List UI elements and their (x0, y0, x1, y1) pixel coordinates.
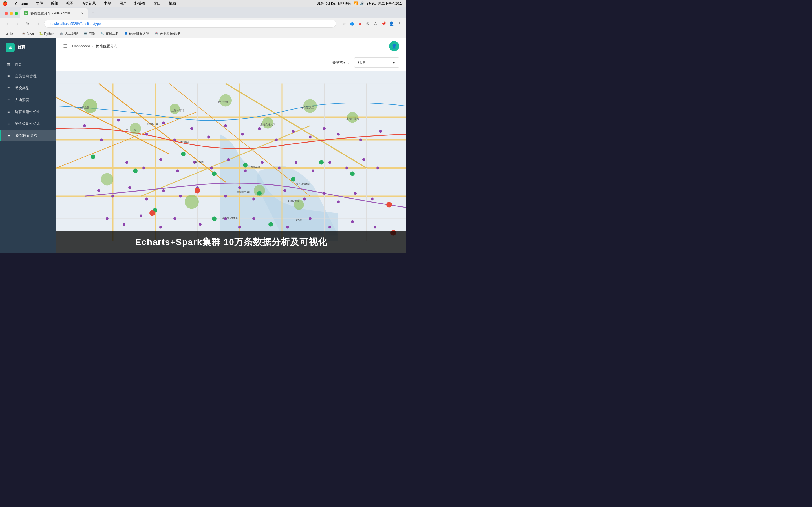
svg-point-97 (199, 223, 202, 226)
bookmark-medical[interactable]: 🏥 医学影像处理 (152, 30, 182, 37)
bookmark-ai[interactable]: 🤖 人工智能 (57, 30, 81, 37)
datetime-display: 9月9日 周二下午 4:20:14 (366, 1, 404, 6)
tab-bar: V 餐馆位置分布 - Vue Admin Tem... ✕ + (0, 7, 406, 18)
home-icon: ⊞ (6, 62, 11, 67)
menubar-help[interactable]: 帮助 (167, 0, 177, 6)
menubar-bookmarks[interactable]: 书签 (102, 0, 113, 6)
menubar-history[interactable]: 历史记录 (80, 0, 98, 6)
bookmark-python[interactable]: 🐍 Python (37, 31, 57, 37)
menubar-chrome[interactable]: Chrome (13, 1, 30, 6)
map-container[interactable]: 长风公园 中山公园 上海体育馆 企业天地 上海交通大学 老白渡滨江 上海科技馆 … (56, 71, 406, 253)
svg-text:上海精神卫生中心: 上海精神卫生中心 (220, 217, 238, 219)
map-svg: 长风公园 中山公园 上海体育馆 企业天地 上海交通大学 老白渡滨江 上海科技馆 … (56, 71, 406, 253)
menubar-view[interactable]: 视图 (64, 0, 75, 6)
svg-point-99 (238, 226, 241, 229)
bookmark-apps[interactable]: 🗂 应用 (3, 30, 19, 37)
sidebar-item-all-ratio[interactable]: ≡ 所有餐馆性价比 (0, 106, 56, 118)
frontend-icon: 💻 (84, 32, 87, 36)
home-button[interactable]: ⌂ (34, 20, 42, 27)
reload-button[interactable]: ↻ (24, 20, 32, 27)
url-bar[interactable]: http://localhost:9528/#/position/type (44, 20, 336, 27)
svg-point-95 (159, 226, 162, 229)
avatar[interactable]: 👤 (389, 41, 399, 51)
svg-point-73 (345, 167, 348, 170)
bookmark-label: 在线工具 (105, 31, 119, 36)
svg-point-103 (328, 226, 331, 229)
extension-icon-2[interactable]: 🔺 (356, 20, 363, 27)
category-ratio-icon: ≡ (6, 121, 11, 126)
svg-point-31 (133, 169, 138, 173)
breadcrumb-root[interactable]: Dashboard (72, 44, 90, 48)
svg-point-54 (292, 130, 295, 133)
svg-point-70 (295, 161, 297, 164)
medical-icon: 🏥 (154, 32, 158, 36)
new-tab-button[interactable]: + (89, 9, 97, 17)
sidebar-item-category-ratio[interactable]: ≡ 餐饮类别性价比 (0, 118, 56, 129)
sidebar-item-label: 餐饮类别 (15, 86, 29, 91)
svg-point-43 (100, 138, 103, 142)
svg-point-104 (351, 220, 354, 223)
browser-tab[interactable]: V 餐馆位置分布 - Vue Admin Tem... ✕ (20, 8, 88, 18)
menubar-file[interactable]: 文件 (34, 0, 45, 6)
bookmark-icon[interactable]: ☆ (341, 20, 347, 27)
extension-icon-1[interactable]: 🔷 (349, 20, 355, 27)
menubar-user[interactable]: 用户 (117, 0, 128, 6)
sidebar: ⊞ 首页 ⊞ 首页 ≡ 会员信息管理 ≡ 餐饮类别 ≡ 人均消费 (0, 38, 56, 253)
url-text: http://localhost:9528/#/position/type (48, 22, 333, 25)
svg-text:首信银都: 首信银都 (181, 141, 190, 144)
svg-point-36 (291, 177, 296, 182)
back-button[interactable]: ‹ (3, 20, 11, 27)
svg-point-83 (224, 195, 227, 198)
sidebar-item-home[interactable]: ⊞ 首页 (0, 59, 56, 70)
bookmark-frontend[interactable]: 💻 前端 (81, 30, 98, 37)
profile-icon[interactable]: 👤 (388, 20, 395, 27)
svg-point-91 (371, 198, 373, 201)
bookmark-gitee[interactable]: 👤 码云封面人物 (122, 30, 152, 37)
extension-icon-4[interactable]: A (372, 20, 379, 27)
menubar-edit[interactable]: 编辑 (49, 0, 60, 6)
apple-menu[interactable]: 🍎 (2, 1, 8, 6)
close-button[interactable] (4, 12, 8, 15)
maximize-button[interactable] (15, 12, 18, 15)
category-filter-select[interactable]: 料理 ▼ (354, 57, 399, 68)
svg-point-72 (328, 161, 331, 164)
svg-point-93 (123, 223, 125, 226)
menu-icon[interactable]: ⋮ (396, 20, 403, 27)
svg-point-44 (117, 119, 120, 122)
bookmark-java[interactable]: ☕ Java (19, 31, 36, 37)
svg-point-35 (257, 191, 262, 196)
battery-status: 81% (317, 1, 324, 5)
menubar-window[interactable]: 窗口 (152, 0, 162, 6)
sidebar-item-category[interactable]: ≡ 餐饮类别 (0, 82, 56, 94)
forward-button[interactable]: › (13, 20, 21, 27)
bookmark-tools[interactable]: 🔧 在线工具 (98, 30, 121, 37)
ime-indicator[interactable]: 搜狗拼音 (338, 1, 351, 6)
category-icon: ≡ (6, 86, 11, 91)
window-controls (2, 10, 20, 17)
menubar-tabs[interactable]: 标签页 (133, 0, 147, 6)
tab-close-button[interactable]: ✕ (80, 11, 85, 15)
svg-text:上海交通大学: 上海交通大学 (260, 123, 275, 126)
python-icon: 🐍 (39, 32, 43, 36)
svg-point-75 (376, 167, 379, 170)
sidebar-item-position[interactable]: ≡ 餐馆位置分布 (0, 129, 56, 142)
sidebar-item-members[interactable]: ≡ 会员信息管理 (0, 70, 56, 82)
extension-icon-5[interactable]: 📌 (380, 20, 387, 27)
svg-point-30 (91, 155, 95, 159)
sidebar-toggle-button[interactable]: ☰ (63, 43, 68, 49)
svg-point-89 (337, 201, 340, 203)
svg-point-27 (185, 195, 199, 209)
filter-bar: 餐饮类别： 料理 ▼ (56, 54, 406, 71)
sidebar-item-consumption[interactable]: ≡ 人均消费 (0, 94, 56, 106)
extension-icon-3[interactable]: ⚙ (364, 20, 371, 27)
svg-point-69 (278, 167, 281, 170)
minimize-button[interactable] (10, 12, 13, 15)
svg-text:中山公园: 中山公园 (126, 129, 136, 131)
tab-title: 餐馆位置分布 - Vue Admin Tem... (31, 11, 78, 16)
svg-text:来福士广场: 来福士广场 (147, 122, 158, 125)
svg-point-41 (268, 222, 273, 227)
address-icons: ☆ 🔷 🔺 ⚙ A 📌 👤 ⋮ (341, 20, 403, 27)
svg-point-52 (258, 127, 261, 130)
svg-point-79 (145, 198, 148, 201)
bookmarks-bar: 🗂 应用 ☕ Java 🐍 Python 🤖 人工智能 💻 前端 🔧 在线工具 … (0, 29, 406, 38)
